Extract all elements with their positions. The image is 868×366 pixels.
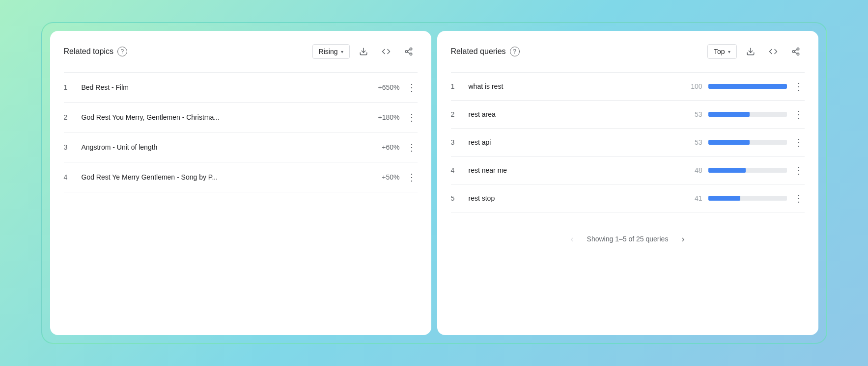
download-icon xyxy=(359,47,368,56)
item-2-number: 2 xyxy=(64,113,76,121)
top-chevron-icon: ▾ xyxy=(728,49,730,54)
q3-bar-container xyxy=(708,140,787,145)
list-item-2: 2 God Rest You Merry, Gentlemen - Christ… xyxy=(64,103,418,132)
right-queries-list: 1 what is rest 100 ⋮ 2 rest area 53 ⋮ xyxy=(451,72,805,212)
q5-bar-fill xyxy=(708,196,741,201)
list-item-4: 4 God Rest Ye Merry Gentlemen - Song by … xyxy=(64,162,418,192)
item-4-more-icon[interactable]: ⋮ xyxy=(406,171,418,183)
right-download-button[interactable] xyxy=(742,43,759,60)
item-3-label: Angstrom - Unit of length xyxy=(82,143,382,151)
right-panel-title: Related queries xyxy=(451,47,506,56)
q1-score: 100 xyxy=(689,82,702,90)
item-1-more-icon[interactable]: ⋮ xyxy=(406,81,418,93)
code-icon xyxy=(382,47,391,56)
rising-chevron-icon: ▾ xyxy=(341,49,343,54)
rising-dropdown[interactable]: Rising ▾ xyxy=(312,44,350,59)
right-download-icon xyxy=(746,47,755,56)
right-code-icon xyxy=(769,47,778,56)
item-3-value: +60% xyxy=(382,143,399,151)
q1-number: 1 xyxy=(451,82,463,90)
left-help-icon[interactable]: ? xyxy=(117,47,127,56)
q3-bar-fill xyxy=(708,140,750,145)
list-item-3: 3 Angstrom - Unit of length +60% ⋮ xyxy=(64,132,418,162)
query-item-3: 3 rest api 53 ⋮ xyxy=(451,129,805,156)
svg-line-11 xyxy=(794,50,797,51)
share-icon xyxy=(404,47,413,56)
right-embed-button[interactable] xyxy=(764,43,782,60)
left-panel-header: Related topics ? Rising ▾ xyxy=(64,43,418,60)
left-panel-title: Related topics xyxy=(64,47,113,56)
left-share-button[interactable] xyxy=(400,43,418,60)
q2-label: rest area xyxy=(469,110,689,118)
svg-line-5 xyxy=(407,50,410,51)
item-4-value: +50% xyxy=(382,173,399,181)
pagination-text: Showing 1–5 of 25 queries xyxy=(587,235,669,243)
query-item-2: 2 rest area 53 ⋮ xyxy=(451,101,805,128)
query-item-5: 5 rest stop 41 ⋮ xyxy=(451,184,805,212)
left-items-list: 1 Bed Rest - Film +650% ⋮ 2 God Rest You… xyxy=(64,72,418,192)
item-1-value: +650% xyxy=(378,83,400,91)
q2-bar-fill xyxy=(708,112,750,117)
pagination-area: ‹ Showing 1–5 of 25 queries › xyxy=(451,224,805,246)
item-3-number: 3 xyxy=(64,143,76,151)
q1-more-icon[interactable]: ⋮ xyxy=(793,80,805,92)
item-2-more-icon[interactable]: ⋮ xyxy=(406,111,418,123)
left-embed-button[interactable] xyxy=(377,43,395,60)
q1-bar-fill xyxy=(708,84,787,89)
item-1-label: Bed Rest - Film xyxy=(82,83,378,91)
q3-more-icon[interactable]: ⋮ xyxy=(793,136,805,148)
top-label: Top xyxy=(714,48,725,55)
related-topics-panel: Related topics ? Rising ▾ xyxy=(50,31,431,335)
svg-line-4 xyxy=(407,52,410,53)
item-2-value: +180% xyxy=(378,113,400,121)
right-share-button[interactable] xyxy=(787,43,805,60)
q4-bar-container xyxy=(708,168,787,173)
q1-label: what is rest xyxy=(469,82,689,90)
right-panel-header: Related queries ? Top ▾ xyxy=(451,43,805,60)
q5-more-icon[interactable]: ⋮ xyxy=(793,192,805,204)
related-queries-panel: Related queries ? Top ▾ xyxy=(437,31,818,335)
left-download-button[interactable] xyxy=(355,43,372,60)
item-1-number: 1 xyxy=(64,83,76,91)
list-item-1: 1 Bed Rest - Film +650% ⋮ xyxy=(64,73,418,102)
right-panel-controls: Top ▾ xyxy=(707,43,805,60)
q5-score: 41 xyxy=(689,194,702,202)
rising-label: Rising xyxy=(319,48,338,55)
top-dropdown[interactable]: Top ▾ xyxy=(707,44,737,59)
q4-score: 48 xyxy=(689,166,702,174)
q4-label: rest near me xyxy=(469,166,689,174)
q4-more-icon[interactable]: ⋮ xyxy=(793,164,805,176)
next-page-button[interactable]: › xyxy=(676,232,690,246)
query-item-4: 4 rest near me 48 ⋮ xyxy=(451,157,805,184)
q1-bar-container xyxy=(708,84,787,89)
q2-number: 2 xyxy=(451,110,463,118)
prev-page-button[interactable]: ‹ xyxy=(565,232,579,246)
item-2-label: God Rest You Merry, Gentlemen - Christma… xyxy=(82,113,378,121)
q4-bar-fill xyxy=(708,168,746,173)
item-4-label: God Rest Ye Merry Gentlemen - Song by P.… xyxy=(82,173,382,181)
right-title-area: Related queries ? xyxy=(451,47,520,56)
left-panel-controls: Rising ▾ xyxy=(312,43,418,60)
item-3-more-icon[interactable]: ⋮ xyxy=(406,141,418,153)
query-item-1: 1 what is rest 100 ⋮ xyxy=(451,73,805,100)
svg-line-10 xyxy=(794,52,797,53)
outer-container: Related topics ? Rising ▾ xyxy=(41,22,827,344)
q5-bar-container xyxy=(708,196,787,201)
left-title-area: Related topics ? xyxy=(64,47,127,56)
q2-score: 53 xyxy=(689,110,702,118)
q3-number: 3 xyxy=(451,138,463,146)
q-divider-5 xyxy=(451,212,805,212)
item-4-number: 4 xyxy=(64,173,76,181)
q3-score: 53 xyxy=(689,138,702,146)
q2-more-icon[interactable]: ⋮ xyxy=(793,108,805,120)
q5-number: 5 xyxy=(451,194,463,202)
right-help-icon[interactable]: ? xyxy=(510,47,520,56)
right-share-icon xyxy=(791,47,800,56)
q3-label: rest api xyxy=(469,138,689,146)
divider-4 xyxy=(64,192,418,192)
q2-bar-container xyxy=(708,112,787,117)
q5-label: rest stop xyxy=(469,194,689,202)
q4-number: 4 xyxy=(451,166,463,174)
